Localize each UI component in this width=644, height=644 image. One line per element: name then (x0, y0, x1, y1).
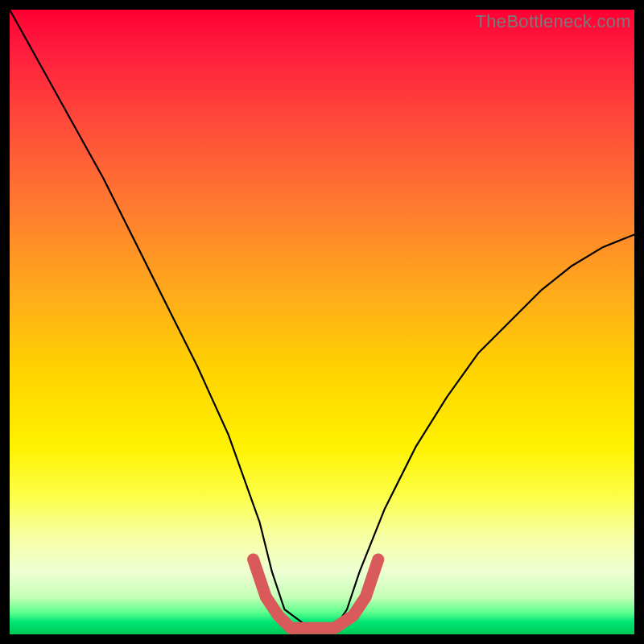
bottleneck-curve (10, 10, 634, 628)
chart-frame: TheBottleneck.com (0, 0, 644, 644)
chart-plot (10, 10, 634, 634)
